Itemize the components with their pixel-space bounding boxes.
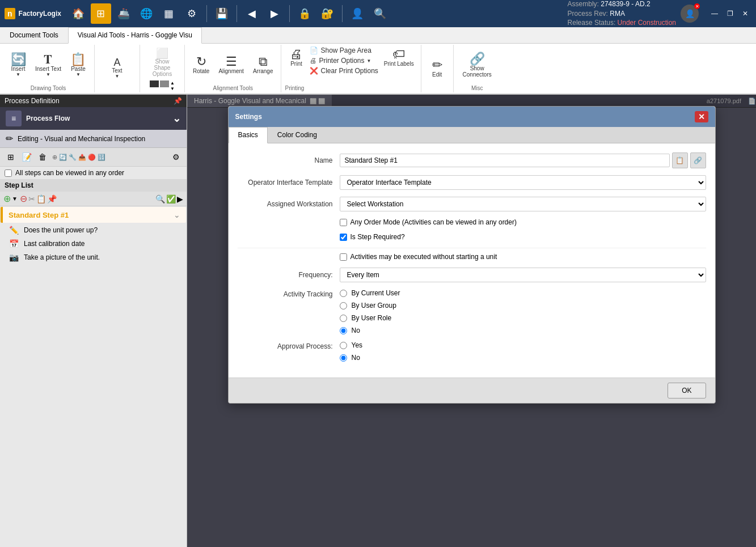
step-required-checkbox[interactable] (340, 234, 347, 241)
person-icon[interactable]: 👤 (347, 3, 368, 24)
operator-select[interactable]: Operator Interface Template (340, 175, 706, 190)
tb-view-btn[interactable]: ⊞ (3, 150, 18, 164)
search-icon[interactable]: 🔍 (370, 3, 390, 24)
main-layout: Process Definition 📌 ≡ Process Flow ⌄ ✏ … (0, 95, 756, 547)
rotate-btn[interactable]: ↻ Rotate (189, 53, 213, 77)
text-btn[interactable]: A Text ▼ (105, 55, 128, 81)
save-icon[interactable]: 💾 (212, 3, 232, 24)
print-labels-label: Print Labels (384, 61, 414, 67)
dialog-title-bar: Settings ✕ (229, 107, 715, 127)
edit-btn[interactable]: ✏ Edit (426, 57, 449, 80)
dialog-close-btn[interactable]: ✕ (695, 111, 708, 122)
print-labels-btn[interactable]: 🏷 Print Labels (381, 46, 417, 69)
show-connectors-btn[interactable]: 🔗 Show Connectors (458, 50, 496, 80)
copy-step-icon[interactable]: 📋 (36, 194, 46, 203)
show-page-area-btn[interactable]: 📄 Show Page Area (310, 46, 378, 55)
approval-radio-group: Yes No (340, 341, 706, 362)
cut-step-icon[interactable]: ✂ (28, 194, 35, 203)
all-steps-checkbox[interactable] (5, 169, 12, 177)
insert-btn[interactable]: 🔄 Insert ▼ (7, 51, 29, 79)
arrange-btn[interactable]: ⧉ Arrange (250, 53, 277, 77)
activities-no-unit-checkbox[interactable] (340, 253, 347, 261)
approval-radio-no[interactable] (340, 354, 347, 362)
tab-document-tools[interactable]: Document Tools (0, 27, 68, 43)
printing-label: Printing (285, 84, 417, 91)
tb-delete-btn[interactable]: 🗑 (35, 150, 50, 164)
pin-icon[interactable]: 📌 (174, 97, 182, 105)
show-shape-btn[interactable]: ⬜ Show Shape Options (145, 46, 180, 79)
activity-item-3[interactable]: 📷 Take a picture of the unit. (0, 251, 187, 264)
color-swatch-dark[interactable] (150, 80, 159, 87)
paste-btn[interactable]: 📋 Paste ▼ (67, 51, 90, 79)
lock2-icon[interactable]: 🔐 (317, 3, 337, 24)
clear-print-options-btn[interactable]: ❌ Clear Print Options (310, 66, 378, 75)
forward-icon[interactable]: ▶ (264, 3, 285, 24)
tracking-radio-no[interactable] (340, 327, 347, 334)
lock-icon[interactable]: 🔒 (294, 3, 315, 24)
any-order-checkbox[interactable] (340, 219, 347, 226)
approval-radio-yes[interactable] (340, 342, 347, 349)
minimize-btn[interactable]: — (708, 9, 721, 19)
name-btn-1[interactable]: 📋 (672, 152, 688, 168)
step-list-header: Step List (0, 179, 187, 192)
dialog-tab-color-coding[interactable]: Color Coding (268, 127, 327, 143)
name-input[interactable] (340, 154, 670, 167)
edit-group-content: ✏ Edit (426, 46, 449, 90)
user-avatar[interactable]: 👤 ✕ (681, 5, 699, 23)
swatch-up[interactable]: ▲ (170, 80, 175, 86)
close-btn[interactable]: ✕ (739, 9, 751, 19)
home-icon[interactable]: 🏠 (68, 3, 88, 24)
next-step-icon[interactable]: ▶ (177, 194, 183, 203)
tracking-radio-current-user[interactable] (340, 290, 347, 297)
ribbon-group-text: A Text ▼ (95, 45, 140, 92)
remove-step-icon[interactable]: ⊖ (20, 193, 27, 204)
color-swatch-gray[interactable] (160, 80, 169, 87)
swatch-controls: ▲ ▼ (170, 80, 175, 91)
alignment-btn[interactable]: ☰ Alignment (215, 53, 247, 77)
tracking-radio-user-group[interactable] (340, 302, 347, 309)
printer-options-btn[interactable]: 🖨 Printer Options ▼ (310, 56, 378, 65)
shipment-icon[interactable]: 🚢 (113, 3, 134, 24)
tab-visual-aid-tools[interactable]: Visual Aid Tools - Harris - Goggle Visu (68, 27, 202, 44)
ok-button[interactable]: OK (668, 383, 706, 398)
tb-right-btn[interactable]: ⚙ (168, 150, 183, 164)
divider-1 (238, 248, 706, 248)
print-btn[interactable]: 🖨 Print (285, 46, 307, 69)
frequency-select[interactable]: Every Item (340, 268, 706, 282)
tracking-radio-user-role[interactable] (340, 315, 347, 322)
tb-edit-btn[interactable]: 📝 (19, 150, 34, 164)
show-shape-label: Show Shape Options (148, 58, 176, 77)
settings-icon[interactable]: ⚙ (181, 3, 202, 24)
restore-btn[interactable]: ❐ (724, 9, 737, 19)
activity-label-1: Does the unit power up? (24, 226, 98, 234)
add-step-arrow[interactable]: ▼ (12, 196, 18, 202)
tracking-by-user-group: By User Group (340, 302, 706, 309)
barcode-icon[interactable]: ▦ (159, 3, 179, 24)
grid-icon[interactable]: ⊞ (91, 3, 111, 24)
name-btn-2[interactable]: 🔗 (690, 152, 706, 168)
activities-no-unit-checkbox-row: Activities may be executed without start… (340, 253, 706, 261)
tracking-user-group-label: By User Group (352, 302, 396, 309)
swatch-down[interactable]: ▼ (170, 86, 175, 91)
step-expand-icon[interactable]: ⌄ (174, 210, 180, 219)
app-logo: n FactoryLogix (5, 8, 61, 19)
insert-text-btn[interactable]: 𝐓 Insert Text ▼ (32, 51, 65, 79)
activity-item-1[interactable]: ✏️ Does the unit power up? (0, 223, 187, 237)
search-step-icon[interactable]: 🔍 (155, 194, 165, 203)
check-step-icon[interactable]: ✅ (166, 194, 176, 203)
back-icon[interactable]: ◀ (242, 3, 262, 24)
workstation-select[interactable]: Select Workstation (340, 197, 706, 211)
show-page-area-icon: 📄 (310, 46, 318, 54)
process-rev-label: Process Rev: (568, 10, 608, 18)
paste-step-icon[interactable]: 📌 (47, 194, 57, 203)
globe-icon[interactable]: 🌐 (136, 3, 157, 24)
printing-group-content: 🖨 Print 📄 Show Page Area 🖨 Printer Optio… (285, 46, 417, 84)
editing-label: Editing - Visual and Mechanical Inspecti… (18, 135, 145, 143)
dialog-tab-basics[interactable]: Basics (229, 127, 268, 143)
process-flow-arrow[interactable]: ⌄ (172, 112, 181, 125)
any-order-control: Any Order Mode (Activities can be viewed… (340, 218, 706, 226)
step-item-standard[interactable]: Standard Step #1 ⌄ (1, 207, 186, 223)
activity-item-2[interactable]: 📅 Last calibration date (0, 237, 187, 251)
add-step-icon[interactable]: ⊕ (3, 193, 11, 204)
text-icon: A (113, 57, 120, 67)
